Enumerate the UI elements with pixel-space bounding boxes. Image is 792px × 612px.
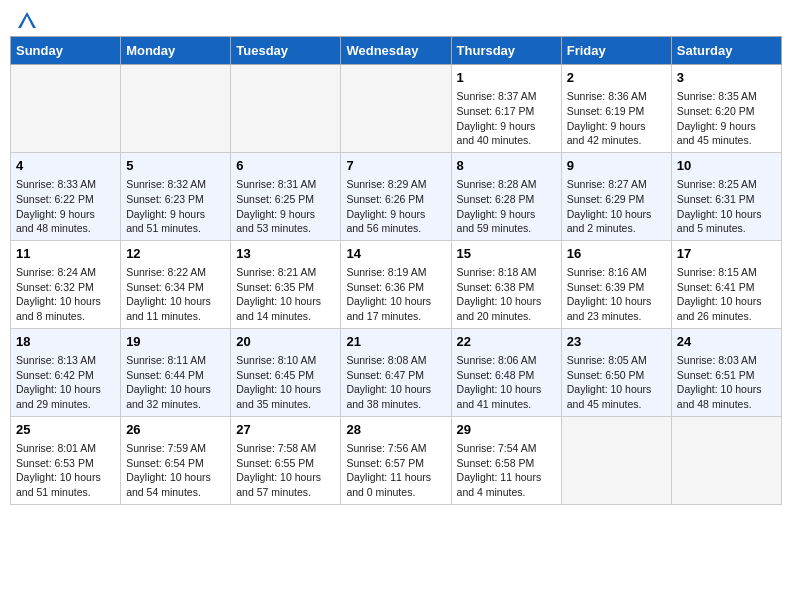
day-info: Sunrise: 8:36 AMSunset: 6:19 PMDaylight:… — [567, 89, 666, 148]
day-info: Sunrise: 8:25 AMSunset: 6:31 PMDaylight:… — [677, 177, 776, 236]
day-number: 8 — [457, 157, 556, 175]
day-number: 10 — [677, 157, 776, 175]
calendar-cell: 16Sunrise: 8:16 AMSunset: 6:39 PMDayligh… — [561, 240, 671, 328]
day-info: Sunrise: 7:58 AMSunset: 6:55 PMDaylight:… — [236, 441, 335, 500]
calendar-cell — [121, 65, 231, 153]
calendar-week-row: 18Sunrise: 8:13 AMSunset: 6:42 PMDayligh… — [11, 328, 782, 416]
day-info: Sunrise: 8:35 AMSunset: 6:20 PMDaylight:… — [677, 89, 776, 148]
day-info: Sunrise: 8:03 AMSunset: 6:51 PMDaylight:… — [677, 353, 776, 412]
calendar-cell: 26Sunrise: 7:59 AMSunset: 6:54 PMDayligh… — [121, 416, 231, 504]
day-number: 20 — [236, 333, 335, 351]
day-number: 2 — [567, 69, 666, 87]
calendar-cell: 18Sunrise: 8:13 AMSunset: 6:42 PMDayligh… — [11, 328, 121, 416]
column-header-saturday: Saturday — [671, 37, 781, 65]
day-info: Sunrise: 8:37 AMSunset: 6:17 PMDaylight:… — [457, 89, 556, 148]
calendar-cell: 4Sunrise: 8:33 AMSunset: 6:22 PMDaylight… — [11, 152, 121, 240]
calendar-cell: 2Sunrise: 8:36 AMSunset: 6:19 PMDaylight… — [561, 65, 671, 153]
calendar-cell: 6Sunrise: 8:31 AMSunset: 6:25 PMDaylight… — [231, 152, 341, 240]
day-info: Sunrise: 8:31 AMSunset: 6:25 PMDaylight:… — [236, 177, 335, 236]
calendar-cell — [11, 65, 121, 153]
calendar-table: SundayMondayTuesdayWednesdayThursdayFrid… — [10, 36, 782, 505]
day-number: 26 — [126, 421, 225, 439]
day-number: 24 — [677, 333, 776, 351]
calendar-cell: 9Sunrise: 8:27 AMSunset: 6:29 PMDaylight… — [561, 152, 671, 240]
logo — [14, 10, 38, 28]
column-header-sunday: Sunday — [11, 37, 121, 65]
calendar-cell — [341, 65, 451, 153]
day-info: Sunrise: 8:13 AMSunset: 6:42 PMDaylight:… — [16, 353, 115, 412]
day-info: Sunrise: 8:15 AMSunset: 6:41 PMDaylight:… — [677, 265, 776, 324]
calendar-header-row: SundayMondayTuesdayWednesdayThursdayFrid… — [11, 37, 782, 65]
day-number: 6 — [236, 157, 335, 175]
calendar-cell: 22Sunrise: 8:06 AMSunset: 6:48 PMDayligh… — [451, 328, 561, 416]
calendar-cell: 15Sunrise: 8:18 AMSunset: 6:38 PMDayligh… — [451, 240, 561, 328]
day-info: Sunrise: 8:21 AMSunset: 6:35 PMDaylight:… — [236, 265, 335, 324]
day-info: Sunrise: 8:06 AMSunset: 6:48 PMDaylight:… — [457, 353, 556, 412]
day-number: 12 — [126, 245, 225, 263]
day-number: 29 — [457, 421, 556, 439]
calendar-cell: 13Sunrise: 8:21 AMSunset: 6:35 PMDayligh… — [231, 240, 341, 328]
day-info: Sunrise: 8:29 AMSunset: 6:26 PMDaylight:… — [346, 177, 445, 236]
calendar-cell: 1Sunrise: 8:37 AMSunset: 6:17 PMDaylight… — [451, 65, 561, 153]
day-info: Sunrise: 7:54 AMSunset: 6:58 PMDaylight:… — [457, 441, 556, 500]
calendar-cell: 29Sunrise: 7:54 AMSunset: 6:58 PMDayligh… — [451, 416, 561, 504]
day-number: 22 — [457, 333, 556, 351]
day-number: 23 — [567, 333, 666, 351]
calendar-cell: 17Sunrise: 8:15 AMSunset: 6:41 PMDayligh… — [671, 240, 781, 328]
day-info: Sunrise: 8:05 AMSunset: 6:50 PMDaylight:… — [567, 353, 666, 412]
calendar-cell: 3Sunrise: 8:35 AMSunset: 6:20 PMDaylight… — [671, 65, 781, 153]
day-number: 25 — [16, 421, 115, 439]
calendar-cell — [561, 416, 671, 504]
day-info: Sunrise: 8:19 AMSunset: 6:36 PMDaylight:… — [346, 265, 445, 324]
logo-icon — [16, 10, 38, 32]
calendar-cell: 21Sunrise: 8:08 AMSunset: 6:47 PMDayligh… — [341, 328, 451, 416]
day-info: Sunrise: 8:01 AMSunset: 6:53 PMDaylight:… — [16, 441, 115, 500]
day-info: Sunrise: 8:08 AMSunset: 6:47 PMDaylight:… — [346, 353, 445, 412]
day-number: 28 — [346, 421, 445, 439]
column-header-friday: Friday — [561, 37, 671, 65]
day-info: Sunrise: 8:10 AMSunset: 6:45 PMDaylight:… — [236, 353, 335, 412]
day-number: 15 — [457, 245, 556, 263]
calendar-cell — [671, 416, 781, 504]
day-info: Sunrise: 8:32 AMSunset: 6:23 PMDaylight:… — [126, 177, 225, 236]
day-info: Sunrise: 8:18 AMSunset: 6:38 PMDaylight:… — [457, 265, 556, 324]
calendar-week-row: 25Sunrise: 8:01 AMSunset: 6:53 PMDayligh… — [11, 416, 782, 504]
calendar-cell: 20Sunrise: 8:10 AMSunset: 6:45 PMDayligh… — [231, 328, 341, 416]
calendar-cell — [231, 65, 341, 153]
day-number: 14 — [346, 245, 445, 263]
day-number: 9 — [567, 157, 666, 175]
column-header-thursday: Thursday — [451, 37, 561, 65]
day-number: 7 — [346, 157, 445, 175]
day-number: 5 — [126, 157, 225, 175]
day-info: Sunrise: 7:59 AMSunset: 6:54 PMDaylight:… — [126, 441, 225, 500]
day-number: 18 — [16, 333, 115, 351]
day-info: Sunrise: 8:16 AMSunset: 6:39 PMDaylight:… — [567, 265, 666, 324]
day-info: Sunrise: 7:56 AMSunset: 6:57 PMDaylight:… — [346, 441, 445, 500]
day-info: Sunrise: 8:22 AMSunset: 6:34 PMDaylight:… — [126, 265, 225, 324]
calendar-cell: 23Sunrise: 8:05 AMSunset: 6:50 PMDayligh… — [561, 328, 671, 416]
calendar-cell: 28Sunrise: 7:56 AMSunset: 6:57 PMDayligh… — [341, 416, 451, 504]
day-number: 17 — [677, 245, 776, 263]
calendar-cell: 11Sunrise: 8:24 AMSunset: 6:32 PMDayligh… — [11, 240, 121, 328]
day-number: 3 — [677, 69, 776, 87]
calendar-cell: 19Sunrise: 8:11 AMSunset: 6:44 PMDayligh… — [121, 328, 231, 416]
column-header-tuesday: Tuesday — [231, 37, 341, 65]
calendar-week-row: 11Sunrise: 8:24 AMSunset: 6:32 PMDayligh… — [11, 240, 782, 328]
column-header-monday: Monday — [121, 37, 231, 65]
calendar-week-row: 1Sunrise: 8:37 AMSunset: 6:17 PMDaylight… — [11, 65, 782, 153]
day-number: 13 — [236, 245, 335, 263]
calendar-cell: 10Sunrise: 8:25 AMSunset: 6:31 PMDayligh… — [671, 152, 781, 240]
calendar-cell: 14Sunrise: 8:19 AMSunset: 6:36 PMDayligh… — [341, 240, 451, 328]
calendar-cell: 24Sunrise: 8:03 AMSunset: 6:51 PMDayligh… — [671, 328, 781, 416]
day-info: Sunrise: 8:24 AMSunset: 6:32 PMDaylight:… — [16, 265, 115, 324]
day-info: Sunrise: 8:28 AMSunset: 6:28 PMDaylight:… — [457, 177, 556, 236]
calendar-cell: 8Sunrise: 8:28 AMSunset: 6:28 PMDaylight… — [451, 152, 561, 240]
calendar-cell: 27Sunrise: 7:58 AMSunset: 6:55 PMDayligh… — [231, 416, 341, 504]
column-header-wednesday: Wednesday — [341, 37, 451, 65]
day-number: 11 — [16, 245, 115, 263]
calendar-week-row: 4Sunrise: 8:33 AMSunset: 6:22 PMDaylight… — [11, 152, 782, 240]
calendar-cell: 25Sunrise: 8:01 AMSunset: 6:53 PMDayligh… — [11, 416, 121, 504]
header — [10, 10, 782, 28]
day-number: 16 — [567, 245, 666, 263]
day-number: 27 — [236, 421, 335, 439]
